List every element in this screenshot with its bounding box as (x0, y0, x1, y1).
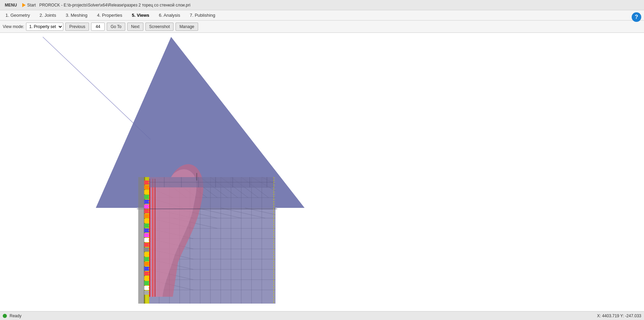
svg-rect-71 (144, 243, 149, 247)
svg-rect-80 (144, 286, 149, 290)
svg-rect-59 (144, 185, 149, 189)
svg-rect-68 (144, 228, 149, 232)
tab-joints[interactable]: 2. Joints (36, 11, 60, 19)
start-button[interactable]: Start (22, 3, 36, 8)
help-button[interactable]: ? (632, 12, 641, 22)
play-icon (22, 3, 26, 7)
coordinates-display: X: 4403.719 Y: -247.033 (597, 314, 641, 318)
svg-rect-81 (144, 291, 149, 295)
svg-rect-77 (144, 271, 149, 276)
main-viewport[interactable] (0, 33, 644, 311)
tab-publishing[interactable]: 7. Publishing (185, 11, 219, 19)
svg-rect-69 (144, 233, 149, 237)
previous-button[interactable]: Previous (65, 23, 89, 31)
start-label: Start (27, 3, 36, 8)
svg-rect-58 (144, 181, 149, 185)
view-mode-label: View mode: (3, 24, 24, 29)
svg-rect-54 (152, 179, 153, 297)
svg-rect-79 (144, 281, 149, 285)
svg-rect-72 (144, 248, 149, 252)
next-button[interactable]: Next (127, 23, 143, 31)
svg-rect-61 (144, 195, 149, 199)
status-indicator (3, 314, 7, 318)
view-mode-select[interactable]: 1. Property set 2. Zone set 3. Custom (26, 23, 63, 31)
svg-rect-66 (144, 219, 149, 223)
manage-button[interactable]: Manage (176, 23, 198, 31)
canvas-area (0, 33, 644, 311)
svg-rect-65 (144, 214, 149, 218)
tab-analysis[interactable]: 6. Analysis (155, 11, 184, 19)
svg-rect-67 (144, 224, 149, 228)
svg-rect-55 (155, 179, 155, 297)
goto-input[interactable] (91, 23, 105, 31)
svg-rect-78 (144, 276, 149, 280)
svg-rect-95 (138, 177, 144, 304)
status-text: Ready (10, 314, 22, 318)
svg-rect-74 (144, 257, 149, 261)
svg-rect-62 (144, 200, 149, 204)
menu-button[interactable]: MENU (3, 2, 19, 8)
tab-geometry[interactable]: 1. Geometry (1, 11, 34, 19)
svg-rect-75 (144, 262, 149, 266)
svg-rect-70 (144, 238, 149, 242)
svg-rect-63 (144, 204, 149, 209)
tab-properties[interactable]: 4. Properties (93, 11, 127, 19)
tab-meshing[interactable]: 3. Meshing (62, 11, 92, 19)
goto-button[interactable]: Go To (107, 23, 125, 31)
svg-rect-60 (144, 190, 149, 194)
screenshot-button[interactable]: Screenshot (145, 23, 174, 31)
svg-rect-76 (144, 267, 149, 271)
svg-rect-0 (0, 34, 644, 310)
svg-rect-73 (144, 252, 149, 256)
title-path: PROROCK - E:\b-projects\Solver\x64\Relea… (39, 3, 191, 8)
tab-views[interactable]: 5. Views (128, 11, 153, 19)
svg-rect-64 (144, 209, 149, 213)
